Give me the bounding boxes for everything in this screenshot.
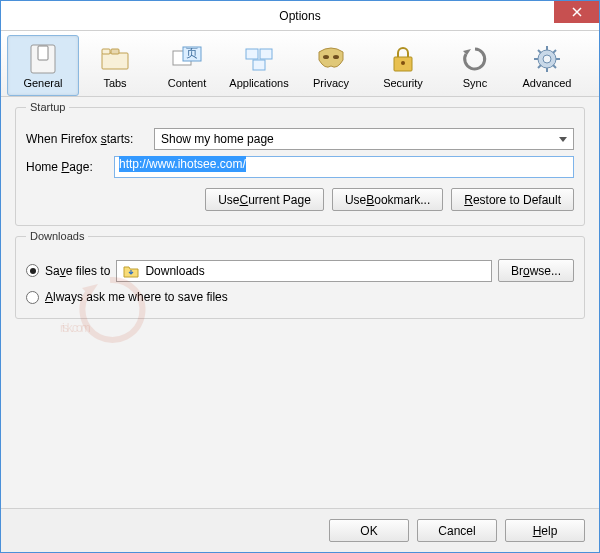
svg-rect-8 xyxy=(246,49,258,59)
always-ask-label: Always ask me where to save files xyxy=(45,290,228,304)
tab-privacy[interactable]: Privacy xyxy=(295,35,367,96)
home-page-row: Home Page: http://www.ihotsee.com/ xyxy=(26,156,574,178)
tab-label: Tabs xyxy=(103,77,126,89)
gear-icon xyxy=(531,43,563,75)
tab-label: Security xyxy=(383,77,423,89)
close-icon xyxy=(572,7,582,17)
tab-label: General xyxy=(23,77,62,89)
content-icon: 页 xyxy=(171,43,203,75)
use-bookmark-button[interactable]: Use Bookmark... xyxy=(332,188,443,211)
close-button[interactable] xyxy=(554,1,599,23)
svg-rect-3 xyxy=(102,49,110,54)
startup-legend: Startup xyxy=(26,101,69,113)
home-page-label: Home Page: xyxy=(26,160,106,174)
window-title: Options xyxy=(279,9,320,23)
save-files-label: Save files to xyxy=(45,264,110,278)
dialog-footer: OK Cancel Help xyxy=(1,508,599,552)
svg-line-22 xyxy=(553,65,556,68)
cancel-button[interactable]: Cancel xyxy=(417,519,497,542)
home-page-input[interactable]: http://www.ihotsee.com/ xyxy=(114,156,574,178)
options-window: Options General Tabs 页 Content xyxy=(0,0,600,553)
folder-tabs-icon xyxy=(99,43,131,75)
svg-rect-4 xyxy=(111,49,119,54)
svg-rect-10 xyxy=(253,60,265,70)
svg-line-23 xyxy=(538,65,541,68)
downloads-legend: Downloads xyxy=(26,230,88,242)
tab-label: Advanced xyxy=(523,77,572,89)
startup-buttons: Use Current Page Use Bookmark... Restore… xyxy=(26,188,574,211)
select-value: Show my home page xyxy=(161,132,274,146)
tab-security[interactable]: Security xyxy=(367,35,439,96)
tab-label: Content xyxy=(168,77,207,89)
content-panel: Startup When Firefox starts: Show my hom… xyxy=(1,97,599,508)
download-path-value: Downloads xyxy=(145,264,204,278)
tab-content[interactable]: 页 Content xyxy=(151,35,223,96)
help-button[interactable]: Help xyxy=(505,519,585,542)
save-files-radio[interactable] xyxy=(26,264,39,277)
tab-advanced[interactable]: Advanced xyxy=(511,35,583,96)
svg-point-11 xyxy=(323,55,329,59)
downloads-group: Downloads Save files to Downloads Browse… xyxy=(15,236,585,319)
svg-rect-1 xyxy=(38,46,48,60)
lock-icon xyxy=(387,43,419,75)
tab-general[interactable]: General xyxy=(7,35,79,96)
svg-rect-2 xyxy=(102,53,128,69)
download-path-box[interactable]: Downloads xyxy=(116,260,492,282)
save-files-row: Save files to Downloads Browse... xyxy=(26,259,574,282)
always-ask-radio[interactable] xyxy=(26,291,39,304)
browse-button[interactable]: Browse... xyxy=(498,259,574,282)
svg-line-21 xyxy=(538,50,541,53)
switch-icon xyxy=(27,43,59,75)
restore-default-button[interactable]: Restore to Default xyxy=(451,188,574,211)
ok-button[interactable]: OK xyxy=(329,519,409,542)
settings-tab-toolbar: General Tabs 页 Content Applications Priv… xyxy=(1,31,599,97)
when-firefox-starts-row: When Firefox starts: Show my home page xyxy=(26,128,574,150)
svg-point-12 xyxy=(333,55,339,59)
applications-icon xyxy=(243,43,275,75)
use-current-page-button[interactable]: Use Current Page xyxy=(205,188,324,211)
sync-icon xyxy=(459,43,491,75)
tab-label: Sync xyxy=(463,77,487,89)
startup-group: Startup When Firefox starts: Show my hom… xyxy=(15,107,585,226)
always-ask-row: Always ask me where to save files xyxy=(26,290,574,304)
folder-icon xyxy=(123,264,139,278)
when-firefox-starts-label: When Firefox starts: xyxy=(26,132,146,146)
tab-label: Applications xyxy=(229,77,288,89)
when-firefox-starts-select[interactable]: Show my home page xyxy=(154,128,574,150)
tab-sync[interactable]: Sync xyxy=(439,35,511,96)
home-page-value: http://www.ihotsee.com/ xyxy=(119,156,246,172)
svg-text:页: 页 xyxy=(186,46,198,60)
tab-label: Privacy xyxy=(313,77,349,89)
tab-tabs[interactable]: Tabs xyxy=(79,35,151,96)
svg-line-24 xyxy=(553,50,556,53)
svg-rect-9 xyxy=(260,49,272,59)
mask-icon xyxy=(315,43,347,75)
tab-applications[interactable]: Applications xyxy=(223,35,295,96)
titlebar[interactable]: Options xyxy=(1,1,599,31)
svg-point-14 xyxy=(401,61,405,65)
svg-point-16 xyxy=(543,55,551,63)
